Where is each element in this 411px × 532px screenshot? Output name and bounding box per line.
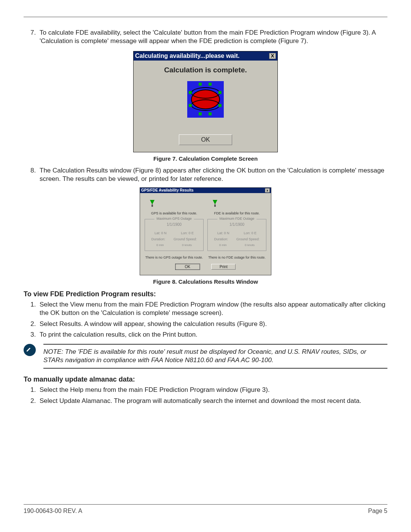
gps-dur-label: Duration: (151, 237, 166, 241)
ok-button[interactable]: OK (175, 264, 200, 270)
section-view-results-heading: To view FDE Prediction Program results: (24, 290, 387, 298)
note-icon (24, 344, 36, 356)
gps-no-outage: There is no GPS outage for this route. (145, 256, 204, 259)
fde-no-outage: There is no FDE outage for this route. (207, 256, 266, 259)
close-icon[interactable]: X (269, 53, 276, 59)
group-legend: Maximum GPS Outage (154, 217, 194, 220)
fde-date: 1/1/1900 (210, 222, 264, 227)
svg-rect-1 (151, 204, 153, 207)
list-item: 2. Select Results. A window will appear,… (24, 320, 387, 328)
dialog-titlebar: GPS/FDE Availability Results x (140, 188, 271, 193)
step-number: 1. (30, 300, 40, 318)
fde-outage-group: Maximum FDE Outage 1/1/1900 Lat: 0 N Lon… (207, 219, 266, 251)
print-button[interactable]: Print (211, 264, 236, 270)
list-item: 3. To print the calculation results, cli… (24, 331, 387, 339)
gps-outage-group: Maximum GPS Outage 1/1/1900 Lat: 0 N Lon… (145, 219, 204, 251)
list-item: 2. Select Update Alamanac. The program w… (24, 397, 387, 405)
fde-lon: Lon: 0 E (244, 231, 256, 235)
fde-gs-value: 0 knots (245, 243, 255, 247)
step-number: 7. (30, 29, 40, 46)
fde-column: FDE is available for this route. Maximum… (207, 197, 266, 259)
step-text: To print the calculation results, click … (40, 331, 387, 339)
step-7: 7. To calculate FDE availability, select… (24, 29, 387, 46)
gps-lat: Lat: 0 N (155, 231, 167, 235)
gps-gs-label: Ground Speed: (174, 237, 197, 241)
availability-results-dialog: GPS/FDE Availability Results x GPS is av… (140, 187, 271, 275)
step-text: The Calculation Results window (Figure 8… (40, 166, 387, 184)
close-icon[interactable]: x (265, 188, 270, 193)
figure8-caption: Figure 8. Calculations Results Window (24, 278, 387, 285)
group-legend: Maximum FDE Outage (217, 217, 257, 220)
gps-dur-value: 0 min (156, 243, 164, 247)
dialog-title: Calculating availability...please wait. (135, 53, 239, 59)
step-8: 8. The Calculation Results window (Figur… (24, 166, 387, 184)
step-text: Select Results. A window will appear, sh… (40, 320, 387, 328)
step-number: 2. (30, 397, 40, 405)
fde-lat: Lat: 0 N (217, 231, 229, 235)
list-item: 1. Select the View menu from the main FD… (24, 300, 387, 318)
page-number: Page 5 (368, 508, 387, 514)
gps-date: 1/1/1900 (147, 222, 201, 227)
section-update-almanac-heading: To manually update almanac data: (24, 375, 387, 383)
fde-dur-label: Duration: (214, 237, 228, 241)
calculation-complete-dialog: Calculating availability...please wait. … (133, 51, 278, 152)
figure7-caption: Figure 7. Calculation Complete Screen (24, 155, 387, 162)
step-number: 1. (30, 386, 40, 394)
fde-gs-label: Ground Speed: (236, 237, 260, 241)
satellite-icon (212, 199, 220, 208)
page-footer: 190-00643-00 REV. A Page 5 (24, 504, 387, 514)
svg-marker-0 (150, 200, 155, 204)
step-number: 2. (30, 320, 40, 328)
note-text: NOTE: The 'FDE is available for this rou… (43, 344, 387, 369)
gps-gs-value: 0 knots (182, 243, 192, 247)
step-number: 3. (30, 331, 40, 339)
satellite-icon (149, 199, 158, 208)
step-text: To calculate FDE availability, select th… (40, 29, 387, 46)
note-block: NOTE: The 'FDE is available for this rou… (24, 344, 387, 369)
svg-marker-2 (213, 200, 217, 204)
step-text: Select Update Alamanac. The program will… (40, 397, 387, 405)
list-item: 1. Select the Help menu from the main FD… (24, 386, 387, 394)
ok-button[interactable]: OK (179, 134, 232, 145)
dialog-titlebar: Calculating availability...please wait. … (134, 51, 277, 61)
top-rule (24, 17, 387, 17)
fde-available-text: FDE is available for this route. (207, 211, 266, 215)
step-text: Select the Help menu from the main FDE P… (40, 386, 387, 394)
doc-number: 190-00643-00 REV. A (24, 508, 82, 514)
dialog-title: GPS/FDE Availability Results (141, 188, 194, 193)
gps-available-text: GPS is available for this route. (145, 211, 204, 215)
gps-lon: Lon: 0 E (181, 231, 194, 235)
fde-dur-value: 0 min (219, 243, 227, 247)
dialog-message: Calculation is complete. (137, 66, 274, 74)
satellite-graphic (187, 81, 224, 118)
step-text: Select the View menu from the main FDE P… (40, 300, 387, 318)
gps-column: GPS is available for this route. Maximum… (145, 197, 204, 259)
svg-rect-3 (214, 204, 216, 207)
step-number: 8. (30, 166, 40, 184)
